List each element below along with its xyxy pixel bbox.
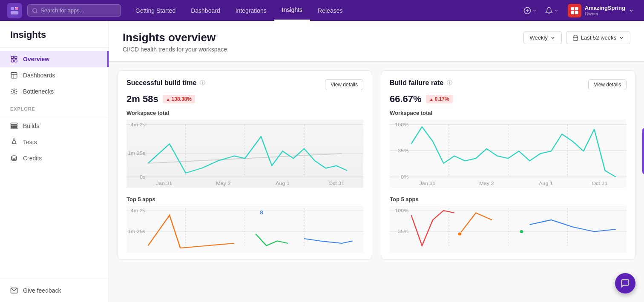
chat-icon bbox=[621, 279, 630, 288]
build-time-badge: ▲ 138.38% bbox=[163, 95, 195, 103]
svg-rect-11 bbox=[11, 56, 13, 58]
nav-links: Getting Started Dashboard Integrations I… bbox=[128, 0, 521, 21]
svg-rect-14 bbox=[15, 60, 17, 62]
failure-rate-chart-section: Workspace total bbox=[381, 110, 635, 196]
dashboard-icon bbox=[10, 71, 18, 79]
svg-text:1m 25s: 1m 25s bbox=[128, 151, 145, 156]
range-filter-value: Last 52 weeks bbox=[581, 34, 616, 41]
failure-workspace-label: Workspace total bbox=[390, 110, 627, 116]
top5-label: Top 5 apps bbox=[126, 196, 363, 202]
user-name: AmazingSpring bbox=[585, 5, 625, 11]
failure-rate-top5-chart: 100% 35% bbox=[390, 206, 627, 253]
page-subtitle: CI/CD health trends for your workspace. bbox=[123, 46, 229, 53]
svg-rect-15 bbox=[11, 72, 17, 78]
build-time-workspace-chart: 4m 2s 1m 25s 0s Jan 31 May 2 Aug 1 Oct 3… bbox=[126, 120, 363, 188]
svg-rect-0 bbox=[11, 7, 14, 10]
sidebar-item-give-feedback[interactable]: Give feedback bbox=[0, 282, 109, 299]
calendar-icon bbox=[572, 35, 578, 41]
notifications-button[interactable] bbox=[543, 5, 561, 16]
svg-point-18 bbox=[13, 91, 15, 93]
build-time-title: Successful build time bbox=[126, 79, 196, 87]
build-time-change: 138.38% bbox=[172, 96, 192, 102]
build-time-top5-section: Top 5 apps bbox=[118, 196, 372, 259]
failure-top5-label: Top 5 apps bbox=[390, 196, 627, 202]
sidebar-footer: Give feedback bbox=[0, 279, 109, 302]
user-menu[interactable]: AmazingSpring Owner bbox=[564, 2, 637, 19]
sidebar-item-credits[interactable]: Credits bbox=[0, 150, 109, 166]
build-time-top5-chart: 8 4m 2s 1m 25s bbox=[126, 206, 363, 253]
cards-grid: Successful build time ⓘ View details 2m … bbox=[109, 62, 644, 268]
sidebar-item-overview[interactable]: Overview bbox=[0, 51, 109, 67]
failure-rate-card: Build failure rate ⓘ View details 66.67%… bbox=[381, 70, 635, 260]
workspace-total-label: Workspace total bbox=[126, 110, 363, 116]
svg-rect-13 bbox=[11, 60, 13, 62]
svg-text:Oct 31: Oct 31 bbox=[328, 181, 344, 186]
svg-text:35%: 35% bbox=[398, 229, 409, 234]
failure-rate-change: 0.17% bbox=[435, 96, 449, 102]
failure-rate-metric: 66.67% ▲ 0.17% bbox=[381, 90, 635, 110]
build-time-view-details[interactable]: View details bbox=[325, 79, 363, 90]
chat-button[interactable] bbox=[615, 273, 635, 293]
sidebar-tests-label: Tests bbox=[23, 139, 37, 145]
page-title: Insights overview bbox=[123, 31, 229, 44]
topnav-right: AmazingSpring Owner bbox=[521, 2, 637, 19]
header-right: Weekly Last 52 weeks bbox=[523, 31, 631, 44]
svg-text:0s: 0s bbox=[140, 174, 145, 180]
sidebar-nav: Overview Dashboards Bottlenecks EXPLORE bbox=[0, 48, 109, 279]
sidebar-item-builds[interactable]: Builds bbox=[0, 118, 109, 134]
sidebar-dashboards-label: Dashboards bbox=[23, 72, 55, 79]
nav-getting-started[interactable]: Getting Started bbox=[128, 0, 183, 21]
svg-rect-9 bbox=[571, 11, 574, 14]
bottleneck-icon bbox=[10, 88, 18, 95]
svg-rect-12 bbox=[15, 56, 17, 58]
user-role: Owner bbox=[585, 11, 625, 16]
sidebar-item-bottlenecks[interactable]: Bottlenecks bbox=[0, 83, 109, 100]
svg-text:Aug 1: Aug 1 bbox=[276, 181, 290, 186]
build-time-metric: 2m 58s ▲ 138.38% bbox=[118, 90, 372, 110]
credits-icon bbox=[10, 154, 18, 162]
sidebar-divider bbox=[0, 116, 109, 116]
sidebar-overview-label: Overview bbox=[23, 56, 49, 63]
mail-icon bbox=[10, 287, 18, 294]
svg-rect-21 bbox=[11, 128, 17, 129]
sidebar: Insights Overview Dashboards bbox=[0, 21, 109, 302]
build-time-svg: 4m 2s 1m 25s 0s Jan 31 May 2 Aug 1 Oct 3… bbox=[126, 120, 363, 188]
sidebar-item-tests[interactable]: Tests bbox=[0, 134, 109, 150]
svg-text:100%: 100% bbox=[395, 208, 409, 214]
period-filter-value: Weekly bbox=[530, 34, 548, 41]
svg-text:Oct 31: Oct 31 bbox=[592, 181, 607, 186]
sidebar-item-dashboards[interactable]: Dashboards bbox=[0, 67, 109, 83]
failure-card-title-row: Build failure rate ⓘ bbox=[390, 79, 452, 87]
build-time-value: 2m 58s bbox=[126, 94, 158, 105]
range-filter[interactable]: Last 52 weeks bbox=[566, 31, 630, 44]
info-icon-2[interactable]: ⓘ bbox=[447, 79, 452, 87]
give-feedback-label: Give feedback bbox=[23, 287, 61, 294]
up-arrow-icon-2: ▲ bbox=[429, 97, 434, 102]
feedback-tab[interactable]: Feedback bbox=[642, 128, 644, 174]
main-layout: Insights Overview Dashboards bbox=[0, 21, 644, 302]
svg-text:1m 25s: 1m 25s bbox=[128, 229, 145, 234]
search-bar[interactable]: Search for apps... bbox=[27, 4, 121, 17]
app-logo[interactable] bbox=[7, 3, 22, 18]
main-content: Insights overview CI/CD health trends fo… bbox=[109, 21, 644, 302]
svg-rect-8 bbox=[575, 7, 578, 10]
svg-text:May 2: May 2 bbox=[479, 181, 494, 186]
user-info: AmazingSpring Owner bbox=[585, 5, 625, 16]
build-time-chart-section: Workspace total bbox=[118, 110, 372, 196]
nav-insights[interactable]: Insights bbox=[274, 0, 310, 21]
failure-rate-header: Build failure rate ⓘ View details bbox=[381, 71, 635, 90]
nav-integrations[interactable]: Integrations bbox=[228, 0, 274, 21]
svg-text:0%: 0% bbox=[401, 174, 409, 180]
svg-text:Aug 1: Aug 1 bbox=[539, 181, 553, 186]
nav-releases[interactable]: Releases bbox=[310, 0, 350, 21]
svg-text:Jan 31: Jan 31 bbox=[420, 181, 436, 186]
period-filter[interactable]: Weekly bbox=[523, 31, 562, 44]
nav-dashboard[interactable]: Dashboard bbox=[183, 0, 228, 21]
info-icon[interactable]: ⓘ bbox=[200, 79, 205, 87]
add-button[interactable] bbox=[521, 5, 539, 16]
failure-rate-view-details[interactable]: View details bbox=[588, 79, 627, 90]
sidebar-title: Insights bbox=[0, 21, 109, 48]
failure-rate-top5-section: Top 5 apps bbox=[381, 196, 635, 259]
grid-icon bbox=[10, 55, 18, 63]
builds-icon bbox=[10, 122, 18, 130]
